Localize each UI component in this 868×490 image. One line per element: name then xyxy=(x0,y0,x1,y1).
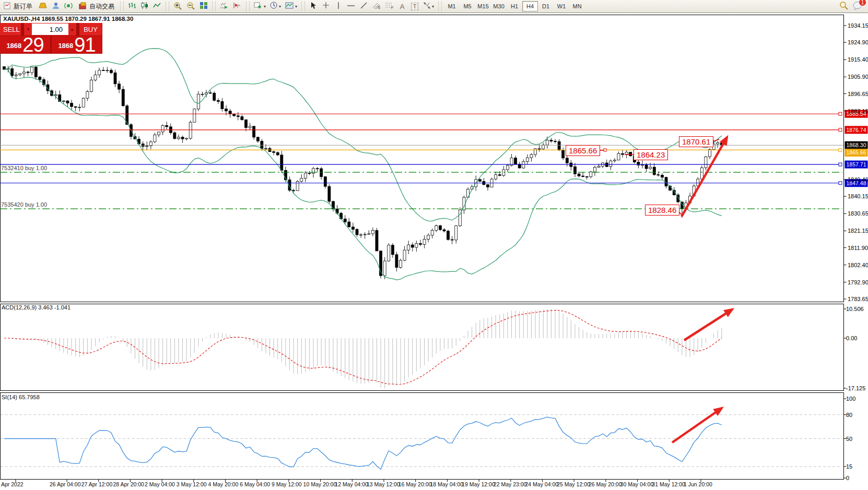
new-chart-icon xyxy=(254,2,263,11)
trendline-tool-button[interactable] xyxy=(357,1,370,12)
candle-body xyxy=(74,106,77,107)
auto-trading-button[interactable]: 自动交易 xyxy=(75,1,118,12)
candle-body xyxy=(264,148,267,149)
candle-body xyxy=(534,149,537,154)
time-axis-label: 13 May 12:00 xyxy=(367,481,400,487)
bar-chart-button[interactable] xyxy=(126,1,138,12)
price-axis-label: 1924.90 xyxy=(848,39,868,45)
zoom-out-button[interactable] xyxy=(184,1,197,12)
candle-body xyxy=(530,154,533,158)
candle-body xyxy=(709,150,711,157)
candle-body xyxy=(550,140,553,141)
volume-input[interactable] xyxy=(32,23,68,35)
vertical-line-tool-button[interactable] xyxy=(332,1,345,12)
timeframe-m5[interactable]: M5 xyxy=(460,1,475,11)
fibonacci-tool-button[interactable]: F xyxy=(383,1,396,12)
shapes-tool-button[interactable]: ▾ xyxy=(421,1,436,12)
rsi-axis-label: 80 xyxy=(846,412,852,418)
candle-body xyxy=(82,98,85,107)
macd-indicator-label: ACD(12,26,9) 3.463 -1.041 xyxy=(2,304,71,310)
horizontal-line-tool-button[interactable] xyxy=(345,1,357,12)
profile-button[interactable] xyxy=(50,1,62,12)
buy-price[interactable]: 1868 91 xyxy=(52,36,102,53)
price-annotation[interactable]: 1865.66 xyxy=(566,145,600,156)
equidistant-channel-icon: E xyxy=(372,2,381,11)
volume-decrease-button[interactable]: ▼ xyxy=(25,23,32,35)
price-axis-label: 1802.40 xyxy=(848,262,868,268)
candle-body xyxy=(609,161,612,166)
sell-button[interactable]: SELL xyxy=(0,23,21,35)
timeframe-m15[interactable]: M15 xyxy=(475,1,491,11)
order-line-label[interactable]: 7535420 buy 1.00 xyxy=(1,201,47,208)
timeframe-h1[interactable]: H1 xyxy=(507,1,522,11)
order-line-label[interactable]: 7532410 buy 1.00 xyxy=(1,165,47,171)
candle-body xyxy=(249,126,251,128)
price-annotation[interactable]: 1870.61 xyxy=(679,136,713,147)
candle-body xyxy=(221,101,224,109)
candle-body xyxy=(478,180,481,182)
candle-body xyxy=(300,178,303,182)
rsi-line xyxy=(4,417,722,469)
price-annotation[interactable]: 1828.46 xyxy=(645,205,679,216)
line-anchor-marker xyxy=(839,112,842,115)
crosshair-icon xyxy=(322,2,330,11)
timeframe-h4[interactable]: H4 xyxy=(522,1,538,11)
new-chart-button[interactable]: ▾ xyxy=(252,1,268,12)
line-chart-button[interactable] xyxy=(151,1,163,12)
mt4-window: 新订单 自动交易 ▾ ▾ ▾ E F A T ▾ M xyxy=(0,0,868,490)
candle-body xyxy=(110,70,112,73)
timeframe-mn[interactable]: MN xyxy=(569,1,585,11)
price-axis-label: 1849.40 xyxy=(848,176,868,183)
rsi-axis-label: 0 xyxy=(846,475,849,481)
crosshair-tool-button[interactable] xyxy=(320,1,332,12)
new-order-button[interactable]: 新订单 xyxy=(0,1,36,12)
chat-button[interactable]: 1 xyxy=(853,1,863,11)
candle-body xyxy=(649,167,652,169)
candle-body xyxy=(54,95,57,95)
candle-body xyxy=(578,174,580,176)
timeframe-d1[interactable]: D1 xyxy=(538,1,554,11)
candle-body xyxy=(229,111,231,114)
signal-button[interactable] xyxy=(62,1,75,12)
candle-body xyxy=(455,226,458,240)
price-axis-label: 1840.15 xyxy=(848,193,868,199)
template-button[interactable]: ▾ xyxy=(283,1,299,12)
candle-body xyxy=(261,141,263,149)
text-label-tool-button[interactable]: T xyxy=(408,1,421,12)
candle-body xyxy=(538,149,541,149)
gold-bar-button[interactable] xyxy=(36,1,50,12)
sell-price[interactable]: 1868 29 xyxy=(0,36,50,53)
timeframe-w1[interactable]: W1 xyxy=(554,1,569,11)
candle-body xyxy=(717,143,719,144)
zoom-in-button[interactable] xyxy=(171,1,184,12)
candle-body xyxy=(320,169,323,177)
text-tool-button[interactable]: A xyxy=(396,1,408,12)
candle-body xyxy=(27,72,29,73)
chart-shift-button[interactable] xyxy=(231,1,244,12)
rsi-indicator-label: SI(14) 65.7958 xyxy=(2,394,40,400)
candle-body xyxy=(613,160,616,161)
price-annotation[interactable]: 1864.23 xyxy=(634,149,668,160)
svg-text:E: E xyxy=(378,6,381,9)
timeframe-m1[interactable]: M1 xyxy=(444,1,460,11)
time-axis-label: 3 May 12:00 xyxy=(177,481,207,487)
buy-price-main: 1868 xyxy=(58,39,73,53)
candlestick-chart-button[interactable] xyxy=(138,1,151,12)
line-anchor-marker xyxy=(839,182,842,185)
timeframe-m30[interactable]: M30 xyxy=(491,1,507,11)
equidistant-channel-tool-button[interactable]: E xyxy=(370,1,383,12)
tile-windows-button[interactable] xyxy=(197,1,210,12)
periods-button[interactable]: ▾ xyxy=(268,1,283,12)
cursor-tool-button[interactable] xyxy=(307,1,320,12)
candle-body xyxy=(118,84,121,89)
candle-body xyxy=(122,89,124,106)
search-icon[interactable] xyxy=(839,1,849,11)
auto-scroll-button[interactable] xyxy=(218,1,231,12)
candle-body xyxy=(518,164,521,168)
volume-increase-button[interactable]: ▲ xyxy=(68,23,76,35)
time-axis-label: 26 May 20:00 xyxy=(589,481,622,487)
candle-body xyxy=(189,122,192,138)
candle-body xyxy=(407,245,410,250)
candle-body xyxy=(225,109,228,111)
chart-canvas[interactable]: 1885.541876.741868.301865.661857.711847.… xyxy=(0,0,868,490)
